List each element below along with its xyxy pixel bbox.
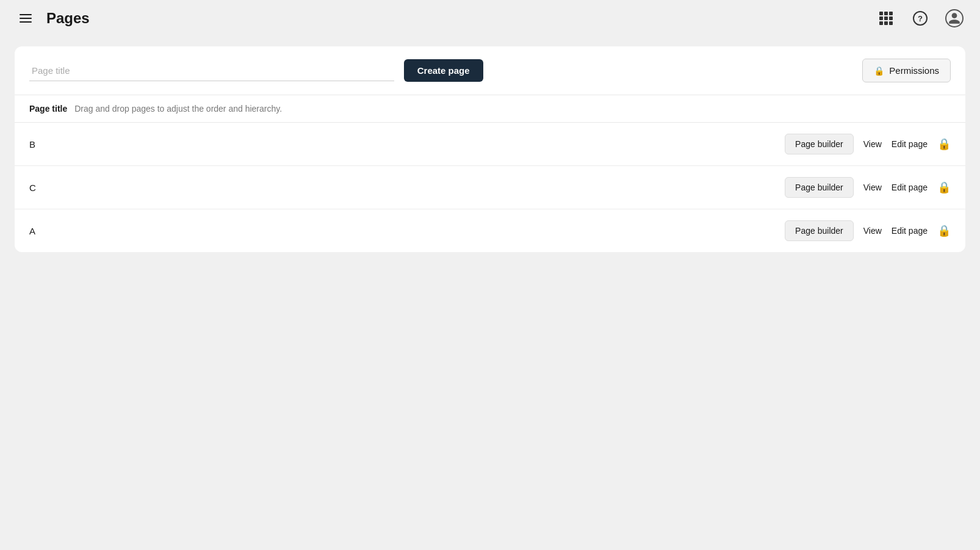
row-lock-icon[interactable]: 🔒 bbox=[937, 137, 951, 151]
row-page-title: B bbox=[29, 139, 785, 150]
row-lock-icon[interactable]: 🔒 bbox=[937, 181, 951, 194]
page-title-input[interactable] bbox=[29, 60, 394, 81]
page-builder-button[interactable]: Page builder bbox=[785, 134, 854, 154]
table-row: A Page builder View Edit page 🔒 bbox=[15, 209, 965, 252]
table-header: Page title Drag and drop pages to adjust… bbox=[15, 95, 965, 123]
table-row: C Page builder View Edit page 🔒 bbox=[15, 166, 965, 209]
edit-page-button[interactable]: Edit page bbox=[892, 139, 928, 149]
top-nav: Pages ? bbox=[0, 0, 980, 37]
view-button[interactable]: View bbox=[863, 139, 882, 149]
edit-page-button[interactable]: Edit page bbox=[892, 226, 928, 236]
table-row: B Page builder View Edit page 🔒 bbox=[15, 123, 965, 166]
permissions-button[interactable]: 🔒 Permissions bbox=[862, 59, 951, 82]
card-toolbar: Create page 🔒 Permissions bbox=[15, 46, 965, 95]
hamburger-menu-button[interactable] bbox=[15, 7, 37, 29]
view-button[interactable]: View bbox=[863, 183, 882, 192]
column-header-title: Page title bbox=[29, 104, 67, 114]
row-actions: Page builder View Edit page 🔒 bbox=[785, 220, 951, 241]
apps-grid-button[interactable] bbox=[875, 7, 897, 29]
row-actions: Page builder View Edit page 🔒 bbox=[785, 134, 951, 154]
row-page-title: A bbox=[29, 226, 785, 236]
app-title: Pages bbox=[46, 10, 90, 27]
grid-icon bbox=[879, 12, 893, 25]
row-page-title: C bbox=[29, 183, 785, 193]
hamburger-icon bbox=[17, 12, 34, 25]
table-body: B Page builder View Edit page 🔒 C Page b… bbox=[15, 123, 965, 252]
row-actions: Page builder View Edit page 🔒 bbox=[785, 177, 951, 198]
row-lock-icon[interactable]: 🔒 bbox=[937, 224, 951, 237]
edit-page-button[interactable]: Edit page bbox=[892, 183, 928, 192]
permissions-label: Permissions bbox=[889, 65, 939, 76]
help-icon: ? bbox=[913, 11, 928, 26]
nav-right: ? bbox=[875, 7, 965, 29]
user-avatar-icon bbox=[945, 9, 964, 27]
page-builder-button[interactable]: Page builder bbox=[785, 220, 854, 241]
main-content: Create page 🔒 Permissions Page title Dra… bbox=[0, 37, 980, 262]
user-profile-button[interactable] bbox=[943, 7, 965, 29]
view-button[interactable]: View bbox=[863, 226, 882, 236]
nav-left: Pages bbox=[15, 7, 90, 29]
lock-icon: 🔒 bbox=[874, 66, 884, 76]
create-page-button[interactable]: Create page bbox=[404, 59, 483, 82]
page-builder-button[interactable]: Page builder bbox=[785, 177, 854, 198]
help-button[interactable]: ? bbox=[909, 7, 931, 29]
pages-card: Create page 🔒 Permissions Page title Dra… bbox=[15, 46, 965, 252]
table-hint: Drag and drop pages to adjust the order … bbox=[74, 104, 282, 114]
